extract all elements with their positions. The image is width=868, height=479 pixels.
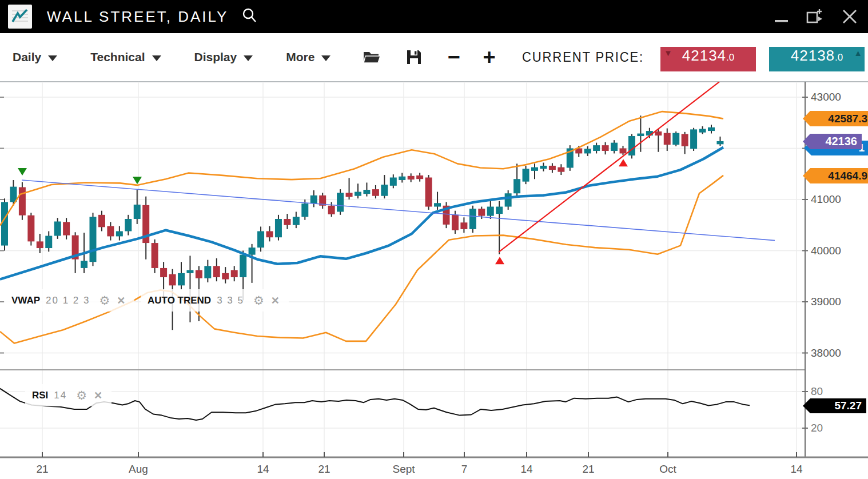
chart-canvas[interactable]: 430004200041000400003900038000802021Aug1…	[0, 82, 868, 479]
sell-price-decimal: .0	[726, 52, 734, 63]
svg-text:14: 14	[257, 463, 269, 475]
svg-text:40000: 40000	[811, 245, 841, 257]
app-logo-icon	[8, 5, 32, 29]
svg-text:20: 20	[811, 422, 823, 434]
search-icon[interactable]	[241, 7, 258, 26]
svg-text:80: 80	[811, 385, 823, 397]
menu-display[interactable]: Display	[194, 50, 253, 64]
open-folder-icon[interactable]	[363, 49, 381, 66]
menu-more[interactable]: More	[286, 50, 331, 64]
menu-timeframe[interactable]: Daily	[13, 50, 57, 64]
svg-text:Sept: Sept	[392, 463, 415, 475]
save-icon[interactable]	[406, 49, 422, 65]
menu-more-label: More	[286, 50, 314, 64]
svg-text:14: 14	[790, 463, 803, 475]
minimize-button[interactable]	[774, 9, 789, 24]
menu-technical[interactable]: Technical	[90, 50, 161, 64]
buy-arrow-up-icon: ▲	[854, 49, 862, 57]
window-title: WALL STREET, DAILY	[47, 8, 228, 26]
svg-text:14: 14	[520, 463, 533, 475]
remove-indicator-icon[interactable]: ✕	[94, 390, 102, 401]
buy-price-decimal: .0	[835, 52, 843, 63]
menu-technical-label: Technical	[90, 50, 145, 64]
svg-text:21: 21	[36, 463, 48, 475]
gear-icon[interactable]: ⚙	[253, 294, 264, 306]
remove-indicator-icon[interactable]: ✕	[117, 296, 125, 306]
svg-text:Aug: Aug	[129, 463, 148, 475]
rsi-name: RSI	[32, 390, 48, 401]
current-price-label: CURRENT PRICE:	[522, 49, 644, 65]
svg-text:38000: 38000	[811, 347, 841, 359]
autotrend-name: AUTO TREND	[148, 295, 211, 306]
buy-price-button[interactable]: 42138.0 ▲	[769, 47, 865, 71]
menu-timeframe-label: Daily	[13, 50, 41, 64]
gear-icon[interactable]: ⚙	[76, 389, 87, 401]
title-bar: WALL STREET, DAILY	[0, 0, 868, 33]
svg-text:39000: 39000	[811, 296, 841, 308]
price-tag: 57.27	[803, 398, 866, 413]
sell-price-button[interactable]: ▼ 42134.0	[660, 47, 756, 71]
gear-icon[interactable]: ⚙	[99, 294, 110, 306]
price-tag: 42136	[803, 134, 862, 149]
rsi-params: 14	[54, 390, 67, 401]
svg-text:41000: 41000	[811, 193, 841, 205]
autotrend-params: 3 3 5	[217, 295, 244, 306]
close-icon[interactable]	[841, 7, 859, 26]
zoom-in-button[interactable]: +	[483, 46, 496, 68]
vwap-name: VWAP	[11, 295, 40, 306]
indicator-label-vwap: VWAP 20 1 2 3 ⚙ ✕	[5, 289, 134, 312]
toolbar: Daily Technical Display More − + CURRENT…	[0, 33, 868, 82]
svg-text:21: 21	[582, 463, 594, 475]
svg-text:43000: 43000	[811, 91, 841, 103]
chevron-down-icon	[244, 55, 253, 61]
indicator-label-autotrend: AUTO TREND 3 3 5 ⚙ ✕	[141, 289, 289, 312]
svg-text:7: 7	[461, 463, 468, 475]
menu-display-label: Display	[194, 50, 237, 64]
indicator-label-rsi: RSI 14 ⚙ ✕	[25, 384, 112, 406]
sell-arrow-down-icon: ▼	[664, 49, 672, 57]
sell-price: 42134	[682, 47, 726, 65]
vwap-params: 20 1 2 3	[46, 295, 90, 306]
chevron-down-icon	[152, 55, 161, 61]
price-tag: 41464.9	[803, 168, 868, 183]
svg-text:Oct: Oct	[659, 463, 676, 475]
price-tag: 42587.3	[803, 111, 868, 126]
remove-indicator-icon[interactable]: ✕	[271, 296, 280, 306]
popout-window-button[interactable]	[805, 7, 825, 26]
chevron-down-icon	[48, 55, 57, 61]
svg-text:21: 21	[318, 463, 330, 475]
zoom-out-button[interactable]: −	[447, 46, 460, 68]
chevron-down-icon	[321, 55, 331, 61]
buy-price: 42138	[791, 47, 835, 65]
